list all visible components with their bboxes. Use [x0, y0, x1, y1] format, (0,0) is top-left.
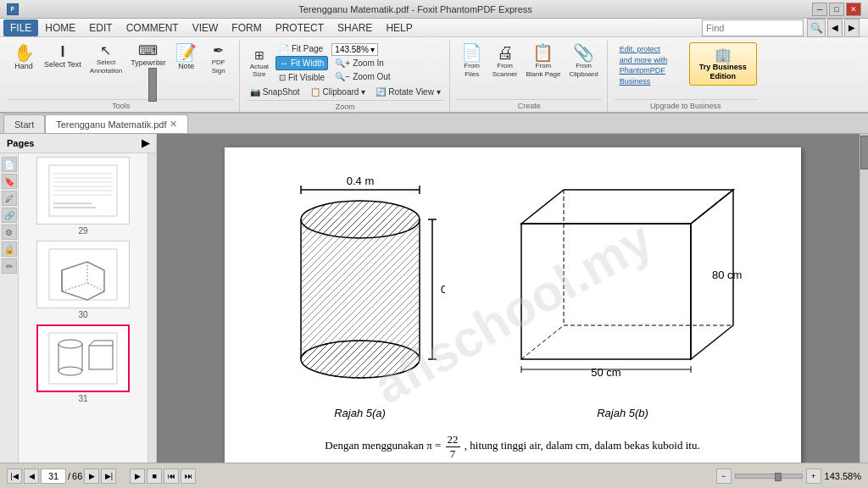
- clipboard-button[interactable]: 📋 Clipboard ▾: [307, 86, 370, 98]
- sidebar-collapse-button[interactable]: ▶: [142, 137, 149, 149]
- cuboid-svg: 80 cm 50 cm: [496, 173, 750, 402]
- hand-tool-button[interactable]: ✋ Hand: [8, 42, 39, 73]
- fit-page-button[interactable]: 📄 Fit Page: [275, 42, 328, 55]
- sidebar-tool-7[interactable]: ✏: [2, 258, 17, 274]
- zoom-in-button[interactable]: 🔍+ Zoom In: [331, 57, 387, 69]
- ribbon-group-tools: ✋ Hand I Select Text ↖ SelectAnnotation …: [3, 41, 240, 112]
- select-annotation-button[interactable]: ↖ SelectAnnotation: [86, 42, 125, 76]
- menu-protect[interactable]: PROTECT: [269, 19, 331, 36]
- sidebar: Pages ▶ 📄 🔖 🖊 🔗 ⚙ 🔒 ✏: [0, 134, 157, 463]
- zoom-out-icon: 🔍−: [335, 72, 350, 81]
- minimize-button[interactable]: ─: [812, 3, 827, 16]
- sidebar-tool-5[interactable]: ⚙: [2, 225, 17, 240]
- fit-width-icon: ↔: [280, 58, 288, 68]
- sidebar-tool-6[interactable]: 🔒: [2, 241, 17, 257]
- thumb-box-31[interactable]: [36, 324, 130, 392]
- note-button[interactable]: 📝 Note: [171, 42, 202, 73]
- page-content: 0.4 m: [250, 164, 776, 461]
- fit-width-button[interactable]: ↔ Fit Width: [275, 56, 328, 70]
- hand-icon: ✋: [14, 44, 35, 61]
- fit-visible-button[interactable]: ⊡ Fit Visible: [275, 71, 328, 84]
- from-scanner-button[interactable]: 🖨 FromScanner: [489, 42, 521, 80]
- zoom-slider[interactable]: [735, 474, 803, 479]
- svg-text:0.4 m: 0.4 m: [346, 175, 374, 187]
- menu-home[interactable]: HOME: [38, 19, 82, 36]
- thumb-box-29[interactable]: [36, 157, 130, 225]
- next-page-button[interactable]: ▶: [84, 469, 99, 484]
- tab-close-button[interactable]: ✕: [170, 119, 177, 130]
- doc-scrollbar-thumb[interactable]: [860, 136, 868, 169]
- sidebar-tools-strip: 📄 🔖 🖊 🔗 ⚙ 🔒 ✏: [0, 153, 19, 463]
- menu-form[interactable]: FORM: [225, 19, 268, 36]
- zoom-in-icon: 🔍+: [335, 58, 350, 68]
- from-files-button[interactable]: 📄 FromFiles: [457, 42, 487, 80]
- maximize-button[interactable]: □: [829, 3, 844, 16]
- svg-marker-40: [521, 190, 733, 224]
- select-text-icon: I: [60, 44, 64, 59]
- page-number-input[interactable]: [41, 469, 66, 484]
- first-page-button[interactable]: |◀: [7, 469, 22, 484]
- audio-next-button[interactable]: ⏭: [181, 469, 196, 484]
- doc-scrollbar-v[interactable]: [860, 134, 868, 463]
- snapshot-icon: 📷: [250, 87, 260, 97]
- status-bar: |◀ ◀ / 66 ▶ ▶| ▶ ■ ⏮ ⏭ − + 143.58%: [0, 463, 868, 488]
- audio-prev-button[interactable]: ⏮: [164, 469, 179, 484]
- edit-protect-link[interactable]: Edit, protect and more with PhantomPDF B…: [615, 42, 682, 88]
- actual-size-button[interactable]: ⊞ ActualSize: [247, 47, 272, 80]
- figures-row: 0.4 m: [275, 173, 750, 419]
- from-clipboard-button[interactable]: 📎 FromClipboard: [565, 42, 601, 80]
- from-blank-page-button[interactable]: 📋 FromBlank Page: [522, 42, 564, 80]
- thumb-label-30: 30: [78, 310, 87, 319]
- zoom-out-status-button[interactable]: −: [716, 469, 732, 484]
- search-area: 🔍 ◀ ▶: [697, 19, 865, 37]
- sidebar-title: Pages: [7, 138, 34, 148]
- svg-rect-9: [49, 249, 117, 300]
- tab-start[interactable]: Start: [3, 114, 45, 133]
- close-button[interactable]: ✕: [846, 3, 861, 16]
- search-input[interactable]: [702, 19, 804, 36]
- figure-a-container: 0.4 m: [275, 173, 445, 419]
- thumb-box-30[interactable]: [36, 241, 130, 308]
- sidebar-tool-3[interactable]: 🖊: [2, 191, 17, 206]
- snapshot-button[interactable]: 📷 SnapShot: [247, 86, 303, 98]
- play-button[interactable]: ▶: [130, 469, 145, 484]
- menu-view[interactable]: VIEW: [186, 19, 225, 36]
- search-button[interactable]: 🔍: [807, 19, 826, 37]
- menu-comment[interactable]: COMMENT: [120, 19, 186, 36]
- sidebar-tool-1[interactable]: 📄: [2, 157, 17, 172]
- zoom-out-button[interactable]: 🔍− Zoom Out: [331, 70, 393, 83]
- figure-b-container: 80 cm 50 cm Rajah 5(b): [496, 173, 750, 419]
- nav-back-button[interactable]: ◀: [827, 19, 843, 37]
- zoom-slider-thumb[interactable]: [775, 473, 782, 481]
- sidebar-tool-4[interactable]: 🔗: [2, 208, 17, 223]
- tab-pdf[interactable]: Terengganu Matematik.pdf ✕: [45, 114, 188, 133]
- nav-forward-button[interactable]: ▶: [844, 19, 860, 37]
- page-thumb-31[interactable]: 31: [22, 324, 144, 403]
- window-title: Terengganu Matematik.pdf - Foxit Phantom…: [19, 4, 812, 14]
- page-thumb-29[interactable]: 29: [22, 157, 144, 236]
- svg-text:0.7 m: 0.7 m: [441, 283, 445, 296]
- prev-page-button[interactable]: ◀: [24, 469, 39, 484]
- page-navigation: |◀ ◀ / 66 ▶ ▶|: [7, 469, 116, 484]
- menu-file[interactable]: FILE: [3, 19, 38, 36]
- zoom-dropdown-icon[interactable]: ▾: [370, 45, 375, 54]
- svg-rect-34: [301, 219, 420, 359]
- sidebar-scrollbar[interactable]: [147, 153, 156, 463]
- pdf-sign-button[interactable]: ✒ PDFSign: [203, 42, 234, 76]
- sidebar-tool-2[interactable]: 🔖: [2, 174, 17, 189]
- zoom-in-status-button[interactable]: +: [806, 469, 821, 484]
- menu-edit[interactable]: EDIT: [82, 19, 119, 36]
- business-icon: 🏢: [715, 47, 732, 63]
- stop-button[interactable]: ■: [147, 469, 162, 484]
- select-text-button[interactable]: I Select Text: [41, 42, 85, 71]
- ribbon: ✋ Hand I Select Text ↖ SelectAnnotation …: [0, 37, 868, 114]
- rotate-view-button[interactable]: 🔄 Rotate View ▾: [372, 86, 444, 98]
- typewriter-button[interactable]: ⌨ Typewriter: [127, 42, 170, 69]
- try-business-button[interactable]: 🏢 Try Business Edition: [689, 42, 757, 86]
- page-thumb-30[interactable]: 30: [22, 241, 144, 319]
- last-page-button[interactable]: ▶|: [101, 469, 116, 484]
- menu-bar: FILE HOME EDIT COMMENT VIEW FORM PROTECT…: [0, 19, 868, 37]
- menu-share[interactable]: SHARE: [331, 19, 379, 36]
- menu-help[interactable]: HELP: [379, 19, 419, 36]
- cylinder-svg: 0.4 m: [275, 173, 445, 402]
